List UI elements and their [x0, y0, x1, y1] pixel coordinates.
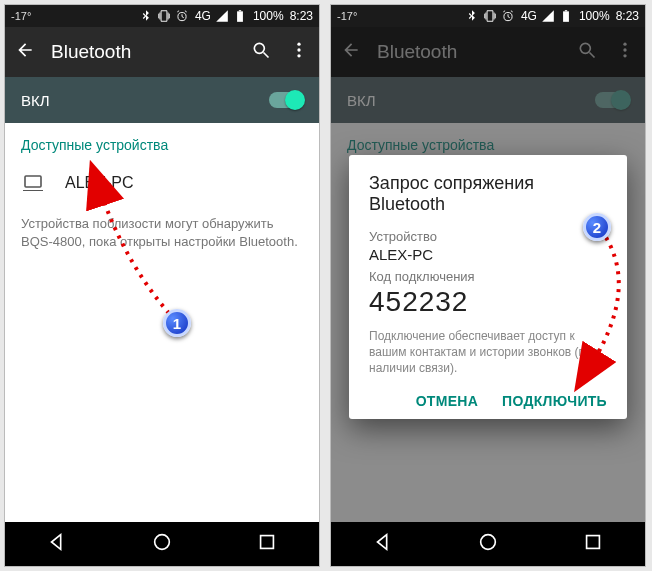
svg-point-19: [481, 535, 496, 550]
toggle-label: ВКЛ: [21, 92, 50, 109]
svg-rect-12: [563, 11, 569, 21]
svg-line-4: [264, 53, 269, 58]
svg-point-7: [297, 54, 300, 57]
vibrate-icon: [157, 9, 171, 23]
svg-rect-10: [260, 536, 273, 549]
phone-screen-right: -17° 4G 100% 8:23 Bluetooth: [330, 4, 646, 567]
nav-home[interactable]: [151, 531, 173, 557]
temperature: -17°: [337, 10, 357, 22]
circle-home-icon: [477, 531, 499, 553]
toggle-bar: ВКЛ: [5, 77, 319, 123]
svg-point-5: [297, 43, 300, 46]
annotation-badge-1: 1: [163, 309, 191, 337]
bluetooth-icon: [465, 9, 479, 23]
dialog-code-label: Код подключения: [369, 269, 607, 284]
svg-rect-20: [586, 536, 599, 549]
signal-icon: [541, 9, 555, 23]
dialog-title: Запрос сопряжения Bluetooth: [369, 173, 607, 215]
nav-recent[interactable]: [582, 531, 604, 557]
device-row[interactable]: ALEX-PC: [5, 163, 319, 207]
svg-point-3: [254, 43, 264, 53]
alarm-icon: [175, 9, 189, 23]
search-button[interactable]: [251, 40, 271, 64]
triangle-back-icon: [372, 531, 394, 553]
status-bar: -17° 4G 100% 8:23: [331, 5, 645, 27]
svg-rect-1: [237, 11, 243, 21]
dialog-device-name: ALEX-PC: [369, 246, 607, 263]
laptop-icon: [21, 171, 45, 195]
network-label: 4G: [195, 9, 211, 23]
bluetooth-icon: [139, 9, 153, 23]
square-recent-icon: [256, 531, 278, 553]
dialog-device-label: Устройство: [369, 229, 607, 244]
nav-back[interactable]: [372, 531, 394, 557]
dialog-note: Подключение обеспечивает доступ к вашим …: [369, 328, 607, 377]
circle-home-icon: [151, 531, 173, 553]
svg-rect-2: [239, 10, 241, 11]
alarm-icon: [501, 9, 515, 23]
device-name: ALEX-PC: [65, 174, 133, 192]
svg-point-9: [155, 535, 170, 550]
square-recent-icon: [582, 531, 604, 553]
visibility-hint: Устройства поблизости могут обнаружить B…: [5, 207, 319, 259]
battery-pct: 100%: [253, 9, 284, 23]
battery-icon: [559, 9, 573, 23]
svg-point-6: [297, 48, 300, 51]
svg-rect-8: [25, 176, 41, 187]
back-button[interactable]: [15, 40, 35, 64]
nav-bar: [331, 522, 645, 566]
battery-pct: 100%: [579, 9, 610, 23]
page-title: Bluetooth: [51, 41, 235, 63]
arrow-back-icon: [15, 40, 35, 60]
app-bar: Bluetooth: [5, 27, 319, 77]
search-icon: [251, 40, 271, 60]
svg-rect-13: [565, 10, 567, 11]
cancel-button[interactable]: ОТМЕНА: [416, 393, 478, 409]
pairing-dialog: Запрос сопряжения Bluetooth Устройство A…: [349, 155, 627, 419]
nav-recent[interactable]: [256, 531, 278, 557]
bluetooth-switch[interactable]: [269, 92, 303, 108]
phone-screen-left: -17° 4G 100% 8:23 Bluetooth: [4, 4, 320, 567]
nav-bar: [5, 522, 319, 566]
signal-icon: [215, 9, 229, 23]
vibrate-icon: [483, 9, 497, 23]
nav-home[interactable]: [477, 531, 499, 557]
clock: 8:23: [616, 9, 639, 23]
battery-icon: [233, 9, 247, 23]
dialog-pairing-code: 452232: [369, 286, 607, 318]
status-bar: -17° 4G 100% 8:23: [5, 5, 319, 27]
overflow-button[interactable]: [289, 40, 309, 64]
section-available-devices: Доступные устройства: [5, 123, 319, 163]
annotation-badge-2: 2: [583, 213, 611, 241]
clock: 8:23: [290, 9, 313, 23]
nav-back[interactable]: [46, 531, 68, 557]
network-label: 4G: [521, 9, 537, 23]
temperature: -17°: [11, 10, 31, 22]
triangle-back-icon: [46, 531, 68, 553]
connect-button[interactable]: ПОДКЛЮЧИТЬ: [502, 393, 607, 409]
more-vert-icon: [289, 40, 309, 60]
